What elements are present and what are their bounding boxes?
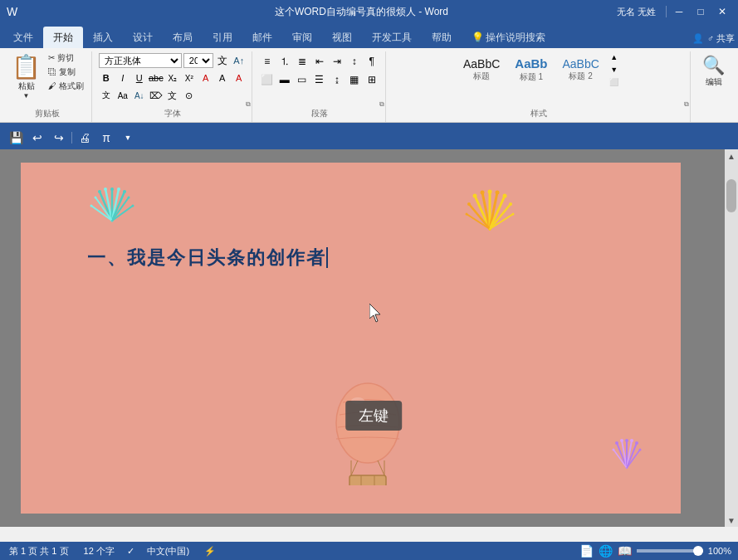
print-quick-button[interactable]: 🖨 (76, 129, 94, 147)
tab-home[interactable]: 开始 (43, 27, 83, 48)
font-size-select[interactable]: 20 (183, 53, 213, 68)
share-button[interactable]: 👤 ♂ 共享 (692, 32, 735, 48)
scissors-icon: ✂ (48, 53, 55, 62)
paste-button[interactable]: 📋 粘贴 ▼ (8, 51, 44, 101)
underline-button[interactable]: U (132, 71, 147, 85)
redo-quick-button[interactable]: ↪ (50, 129, 68, 147)
show-marks-button[interactable]: ¶ (364, 53, 380, 70)
border-button[interactable]: ⊞ (364, 71, 380, 88)
style-scroll-down[interactable]: ▼ (608, 64, 620, 75)
shading-button[interactable]: ▦ (346, 71, 363, 88)
wenzishangfang-button[interactable]: 文 (99, 88, 114, 103)
language-info[interactable]: 中文(中国) (144, 544, 192, 558)
svg-point-49 (639, 449, 642, 451)
svg-point-13 (123, 190, 126, 193)
bold-button[interactable]: B (99, 71, 114, 85)
svg-point-15 (128, 197, 130, 199)
zoom-slider[interactable] (637, 549, 703, 553)
document-content[interactable]: 一、我是今日头条的创作者​ (87, 246, 328, 270)
view-print-button[interactable]: 📄 (579, 544, 594, 558)
italic-button[interactable]: I (115, 71, 130, 85)
align-center-button[interactable]: ▬ (276, 71, 293, 88)
style-item-h2[interactable]: AaBbC 标题 2 (556, 55, 604, 85)
align-left-button[interactable]: ⬜ (259, 71, 276, 88)
style-more-button[interactable]: ⬜ (608, 76, 620, 88)
style-scroll-up[interactable]: ▲ (608, 51, 620, 63)
fontsize-up-button[interactable]: A↑ (232, 53, 247, 68)
tab-mailings[interactable]: 邮件 (242, 27, 282, 48)
format-brush-button[interactable]: 🖌 格式刷 (46, 80, 86, 93)
tab-review[interactable]: 审阅 (282, 27, 322, 48)
tab-insert[interactable]: 插入 (83, 27, 123, 48)
wenzishangfang-icon: 文 (102, 90, 110, 101)
editing-button[interactable]: 🔍 编辑 (697, 51, 730, 91)
style-label-h2: 标题 2 (569, 71, 592, 82)
undo-quick-button[interactable]: ↩ (28, 129, 46, 147)
indent-increase-button[interactable]: ⇥ (329, 53, 345, 70)
justify-button[interactable]: ☰ (311, 71, 328, 88)
bullet-list-button[interactable]: ≡ (259, 53, 276, 70)
page-info[interactable]: 第 1 页 共 1 页 (7, 544, 71, 558)
superscript-button[interactable]: X² (182, 71, 197, 85)
line-spacing-button[interactable]: ↨ (329, 71, 345, 88)
font-dialog-launcher[interactable]: ⧉ (246, 100, 251, 109)
maximize-button[interactable]: □ (692, 4, 710, 19)
tab-references[interactable]: 引用 (203, 27, 242, 48)
tab-file[interactable]: 文件 (3, 27, 43, 48)
close-button[interactable]: ✕ (713, 4, 731, 19)
char-count[interactable]: 12 个字 (81, 544, 117, 558)
firework-bottom-right (598, 431, 656, 489)
copy-button[interactable]: ⿻ 复制 (46, 66, 86, 79)
align-left-icon: ⬜ (261, 74, 273, 85)
numbered-icon: ⒈ (280, 55, 290, 69)
multilevel-list-button[interactable]: ≣ (294, 53, 310, 70)
tab-layout[interactable]: 布局 (163, 27, 203, 48)
ribbon-tab-bar: 文件 开始 插入 设计 布局 引用 邮件 审阅 视图 开发工具 帮助 💡 操作说… (0, 23, 738, 48)
strikethrough-button[interactable]: abc (149, 71, 164, 85)
accessibility-info[interactable]: ⚡ (202, 545, 218, 558)
view-web-button[interactable]: 🌐 (599, 544, 613, 558)
check-icon: ✓ (127, 546, 134, 557)
clipboard-small-buttons: ✂ 剪切 ⿻ 复制 🖌 格式刷 (46, 51, 86, 93)
fontsize-down-button[interactable]: A↓ (132, 88, 147, 103)
styles-dialog-launcher[interactable]: ⧉ (684, 100, 689, 109)
highlight-button[interactable]: A (215, 71, 230, 85)
tab-search[interactable]: 💡 操作说明搜索 (462, 27, 555, 48)
paste-dropdown-icon: ▼ (23, 92, 30, 100)
para-dialog-launcher[interactable]: ⧉ (379, 100, 384, 109)
style-item-h1[interactable]: AaBb 标题 1 (509, 54, 553, 85)
status-left: 第 1 页 共 1 页 12 个字 ✓ 中文(中国) ⚡ (7, 544, 218, 558)
subscript-button[interactable]: X₂ (165, 71, 180, 85)
align-right-button[interactable]: ▭ (294, 71, 310, 88)
font-name-select[interactable]: 方正兆体 (99, 53, 182, 68)
tab-design[interactable]: 设计 (123, 27, 163, 48)
scroll-down-arrow[interactable]: ▼ (725, 514, 738, 527)
pinyin-button[interactable]: 文 (165, 88, 180, 103)
scroll-thumb[interactable] (726, 179, 736, 212)
pi-quick-button[interactable]: π (97, 129, 115, 147)
font-color-button[interactable]: A (232, 71, 247, 85)
wen-button[interactable]: 文 (215, 53, 230, 68)
svg-point-9 (98, 190, 101, 193)
ying-button[interactable]: Aa (115, 88, 130, 103)
minimize-button[interactable]: ─ (670, 4, 688, 19)
clear-format-button[interactable]: ⌦ (149, 88, 164, 103)
style-item-title[interactable]: AaBbC 标题 (457, 55, 506, 85)
numbered-list-button[interactable]: ⒈ (276, 53, 293, 70)
view-reading-button[interactable]: 📖 (618, 544, 632, 558)
scroll-up-arrow[interactable]: ▲ (725, 149, 738, 163)
save-quick-button[interactable]: 💾 (7, 129, 25, 147)
sort-button[interactable]: ↕ (346, 53, 363, 70)
zoom-thumb[interactable] (693, 546, 703, 556)
char-style-button[interactable]: A (198, 71, 213, 85)
tab-help[interactable]: 帮助 (422, 27, 462, 48)
document-text: 一、我是今日头条的创作者 (87, 247, 326, 268)
tab-developer[interactable]: 开发工具 (362, 27, 422, 48)
tab-view[interactable]: 视图 (322, 27, 362, 48)
indent-decrease-button[interactable]: ⇤ (311, 53, 328, 70)
cut-button[interactable]: ✂ 剪切 (46, 51, 86, 65)
vertical-scrollbar[interactable]: ▲ ▼ (725, 149, 738, 527)
encircle-button[interactable]: ⊙ (182, 88, 197, 103)
copy-icon: ⿻ (48, 67, 56, 76)
customize-quick-access[interactable]: ▼ (119, 129, 137, 147)
